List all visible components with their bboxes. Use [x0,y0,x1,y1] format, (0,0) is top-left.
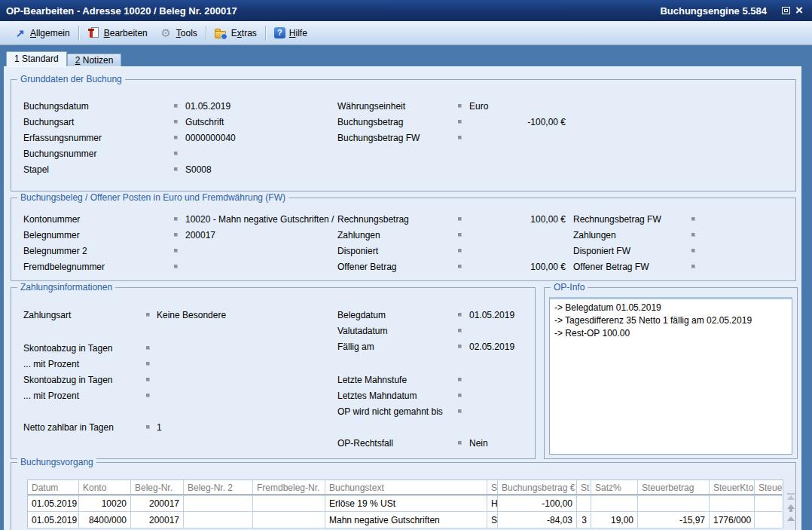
cell-buchungstext: Mahn negative Gutschriften [325,512,487,528]
group-zahlungsinformationen: Zahlungsinformationen ZahlungsartKeine B… [11,287,536,459]
field-rechnungsbetrag-fw: Rechnungsbetrag FW [11,214,795,226]
record-navigation [784,493,798,521]
cell-satz [591,495,638,512]
cell-s: H [487,495,498,512]
group-op-info-title: OP-Info [551,282,588,293]
menu-bearbeiten-label: Bearbeiten [104,28,148,38]
menu-separator [206,26,206,41]
scroll-up-icon[interactable] [787,504,795,512]
engine-version: Buchungsengine 5.584 [660,5,767,17]
cell-beleg-nr: 200017 [131,512,184,528]
question-icon: ? [274,27,285,38]
op-info-line: -> Rest-OP 100.00 [554,327,787,340]
field-waehrungseinheit: WährungseinheitEuro [11,101,795,113]
field-offener-betrag-fw: Offener Betrag FW [11,262,795,274]
menu-separator [265,26,266,41]
cell-st [577,495,591,512]
title-bar: OP-Bearbeiten - Adresse 10020 / Beleg Nr… [0,0,812,21]
field-marker-icon [458,441,462,445]
cell-datum: 01.05.2019 [28,512,79,528]
field-marker-icon [146,362,150,366]
cell-datum: 01.05.2019 [28,495,79,512]
col-header-fremdbeleg-nr: Fremdbeleg-Nr. [253,480,325,495]
cell-steue [755,512,782,528]
field-belegdatum: Belegdatum01.05.2019 [11,310,535,322]
menu-extras[interactable]: Extras [209,25,263,41]
tab-page-standard: Grunddaten der Buchung Buchungsdatum01.0… [4,66,801,530]
close-button[interactable]: × [792,4,806,17]
field-marker-icon [691,233,695,237]
cell-steuerbetrag: -15,97 [638,512,710,528]
cell-beleg-nr-2 [184,495,253,512]
col-header-beleg-nr-2: Beleg-Nr. 2 [184,480,253,495]
group-buchungsvorgang: Buchungsvorgang Datum Konto Beleg-Nr. Be… [11,462,796,530]
field-disponiert-fw: Disponiert FW [11,246,795,258]
cell-beleg-nr: 200017 [131,495,184,512]
menu-hilfe-label: Hilfe [289,28,307,38]
menu-hilfe[interactable]: ? Hilfe [268,25,313,41]
cell-buchungsbetrag: -84,03 [498,512,577,528]
restore-icon [782,7,790,14]
menu-allgemein-label: Allgemein [30,28,70,38]
cell-konto: 8400/000 [79,512,131,528]
field-letztes-mahndatum: Letztes Mahndatum [11,391,535,403]
application-window: OP-Bearbeiten - Adresse 10020 / Beleg Nr… [0,0,812,530]
field-buchungsbetrag: Buchungsbetrag-100,00 € [11,117,795,129]
cell-fremdbeleg-nr [253,512,325,528]
field-marker-icon [458,104,462,108]
cell-steuerbetrag [638,495,710,512]
col-header-s: S [487,480,498,495]
cell-konto: 10020 [79,495,131,512]
cell-steuerkto-1: 1776/000 [710,512,755,528]
menu-bearbeiten[interactable]: Bearbeiten [81,25,154,41]
tab-standard[interactable]: 1 Standard [6,51,67,66]
group-zahlungsinformationen-title: Zahlungsinformationen [17,282,115,293]
group-buchungsbeleg: Buchungsbeleg / Offener Posten in Euro u… [11,198,796,281]
group-grunddaten: Grunddaten der Buchung Buchungsdatum01.0… [11,79,796,191]
menu-bar: ↗ Allgemein Bearbeiten ⚙ Tools Extras ? … [0,21,812,45]
col-header-buchungstext: Buchungstext [325,480,487,495]
op-info-textbox[interactable]: -> Belegdatum 01.05.2019 -> Tagesdiffere… [549,297,792,455]
field-marker-icon [691,249,695,253]
tab-notizen[interactable]: 2 Notizen [67,54,122,66]
edit-tool-icon [87,27,100,39]
scroll-up-step-icon[interactable] [787,516,795,521]
field-marker-icon [458,313,462,317]
group-buchungsvorgang-title: Buchungsvorgang [17,457,96,467]
field-faellig-am: Fällig am02.05.2019 [11,342,535,354]
menu-separator [78,26,79,41]
cell-st: 3 [577,512,591,528]
menu-allgemein[interactable]: ↗ Allgemein [8,25,76,41]
field-marker-icon [174,152,178,155]
cell-fremdbeleg-nr [253,495,325,512]
window-title: OP-Bearbeiten - Adresse 10020 / Beleg Nr… [6,5,237,17]
folder-info-icon [215,27,227,39]
col-header-beleg-nr: Beleg-Nr. [131,480,184,495]
field-marker-icon [458,120,462,124]
col-header-st: St [577,480,591,495]
cell-s: S [487,512,498,528]
field-marker-icon [458,394,462,397]
field-marker-icon [691,217,695,221]
field-marker-icon [458,136,462,139]
cell-buchungsbetrag: -100,00 [498,495,577,512]
field-op-nicht-gemahnt: OP wird nicht gemahnt bis [11,406,535,418]
restore-button[interactable] [779,4,792,17]
field-marker-icon [458,345,462,348]
col-header-konto: Konto [79,480,131,495]
menu-tools[interactable]: ⚙ Tools [154,25,203,41]
scroll-to-top-icon[interactable] [787,493,795,500]
cell-beleg-nr-2 [184,512,253,528]
menu-tools-label: Tools [176,28,197,38]
menu-extras-label: Extras [231,28,257,38]
field-op-rechtsfall: OP-RechtsfallNein [11,438,535,450]
cell-satz: 19,00 [591,512,638,528]
col-header-datum: Datum [28,480,79,495]
field-valutadatum: Valutadatum [11,326,535,338]
group-buchungsbeleg-title: Buchungsbeleg / Offener Posten in Euro u… [17,192,288,203]
field-marker-icon [174,167,178,171]
op-info-line: -> Tagesdifferenz 35 Netto 1 fällig am 0… [554,314,787,327]
col-header-satz: Satz% [591,480,638,495]
field-buchungsnummer: Buchungsnummer [11,149,795,161]
op-info-line: -> Belegdatum 01.05.2019 [554,302,787,314]
